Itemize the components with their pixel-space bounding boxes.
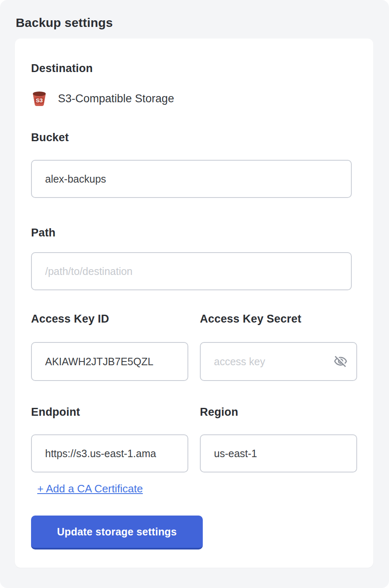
toggle-secret-visibility-button[interactable] [332, 353, 349, 370]
s3-bucket-icon: S3 [31, 90, 48, 107]
access-key-secret-label: Access Key Secret [200, 312, 357, 325]
bucket-label: Bucket [31, 131, 357, 144]
destination-label: Destination [31, 62, 357, 75]
backup-settings-screen: Backup settings Destination S3 S3-Compat… [0, 0, 389, 588]
page-title: Backup settings [0, 0, 389, 30]
access-key-labels-row: Access Key ID Access Key Secret [31, 312, 357, 325]
endpoint-region-labels-row: Endpoint Region [31, 405, 357, 419]
destination-provider-row: S3 S3-Compatible Storage [31, 90, 357, 107]
eye-off-icon [334, 354, 348, 369]
region-input[interactable] [200, 434, 357, 472]
update-storage-settings-button[interactable]: Update storage settings [31, 516, 203, 549]
destination-provider-name: S3-Compatible Storage [58, 90, 174, 107]
path-label: Path [31, 226, 357, 239]
endpoint-input[interactable] [31, 434, 188, 472]
backup-settings-card: Destination S3 S3-Compatible Storage Buc… [15, 39, 373, 568]
region-label: Region [200, 405, 357, 419]
bucket-input[interactable] [31, 160, 352, 198]
add-ca-certificate-link[interactable]: + Add a CA Certificate [37, 482, 143, 495]
access-key-id-label: Access Key ID [31, 312, 188, 325]
access-key-inputs-row [31, 342, 357, 381]
endpoint-label: Endpoint [31, 405, 188, 419]
svg-text:S3: S3 [36, 97, 43, 104]
access-key-id-input[interactable] [31, 342, 188, 381]
path-input[interactable] [31, 252, 352, 290]
endpoint-region-inputs-row [31, 434, 357, 472]
